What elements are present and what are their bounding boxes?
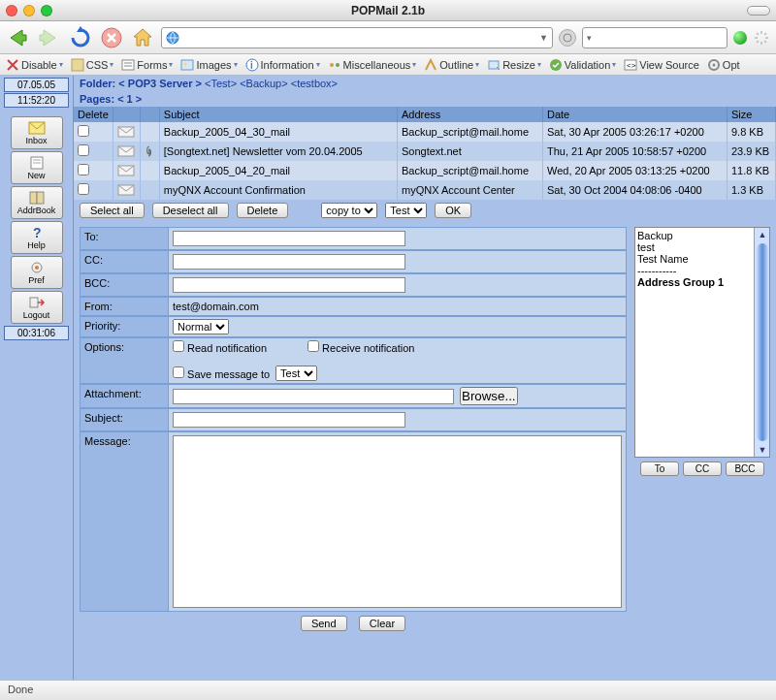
address-entry[interactable]: Address Group 1: [637, 276, 767, 288]
folder-path-1[interactable]: <Backup>: [240, 78, 288, 89]
col-date[interactable]: Date: [543, 107, 728, 122]
reload-button[interactable]: [68, 25, 93, 50]
envelope-icon[interactable]: [117, 184, 135, 196]
row-delete-checkbox[interactable]: [78, 183, 89, 195]
browse-button[interactable]: Browse...: [460, 387, 518, 405]
url-dropdown-icon[interactable]: ▼: [539, 33, 548, 43]
row-delete-checkbox[interactable]: [78, 144, 89, 156]
scroll-down-icon[interactable]: ▼: [756, 443, 769, 457]
home-button[interactable]: [130, 25, 155, 50]
select-all-button[interactable]: Select all: [80, 203, 145, 218]
read-notif-checkbox[interactable]: [173, 340, 184, 352]
mail-row[interactable]: Backup_2005_04_20_mailBackup_script@mail…: [74, 161, 776, 180]
col-env[interactable]: [113, 107, 140, 122]
row-subject[interactable]: [Songtext.net] Newsletter vom 20.04.2005: [159, 142, 397, 161]
page-link-1[interactable]: < 1 >: [117, 93, 142, 105]
batch-action-select[interactable]: copy to: [321, 203, 377, 218]
row-subject[interactable]: myQNX Account Confirmation: [159, 180, 397, 200]
url-input[interactable]: [183, 32, 539, 44]
wd-options[interactable]: Opt: [703, 58, 744, 72]
addr-bcc-button[interactable]: BCC: [726, 461, 764, 476]
svg-text:i: i: [250, 60, 253, 71]
mail-row[interactable]: myQNX Account ConfirmationmyQNX Account …: [74, 180, 776, 200]
sidebar-btn-logout[interactable]: Logout: [11, 291, 63, 324]
send-button[interactable]: Send: [301, 616, 347, 631]
sidebar-btn-new[interactable]: New: [11, 151, 63, 184]
wd-forms[interactable]: Forms▾: [117, 58, 177, 72]
row-date: Sat, 30 Apr 2005 03:26:17 +0200: [543, 122, 728, 142]
row-address: myQNX Account Center: [398, 180, 543, 200]
batch-ok-button[interactable]: OK: [435, 203, 471, 218]
url-field-container[interactable]: ▼: [161, 27, 553, 48]
clear-button[interactable]: Clear: [359, 616, 405, 631]
download-indicator-icon[interactable]: [733, 31, 747, 45]
receive-notif-option[interactable]: Receive notification: [307, 340, 414, 354]
row-delete-checkbox[interactable]: [78, 125, 89, 137]
scroll-up-icon[interactable]: ▲: [756, 228, 769, 241]
address-list[interactable]: BackuptestTest Name-----------Address Gr…: [634, 227, 770, 458]
wd-outline[interactable]: Outline▾: [420, 58, 483, 72]
col-delete[interactable]: Delete: [74, 107, 113, 122]
subject-input[interactable]: [173, 412, 405, 428]
save-msg-checkbox[interactable]: [173, 366, 184, 378]
attachment-input[interactable]: [173, 389, 454, 404]
col-size[interactable]: Size: [728, 107, 776, 122]
scroll-thumb[interactable]: [757, 243, 768, 441]
address-scrollbar[interactable]: ▲ ▼: [754, 228, 769, 457]
folder-server-link[interactable]: < POP3 Server >: [118, 78, 202, 89]
row-subject[interactable]: Backup_2005_04_20_mail: [159, 161, 397, 180]
address-entry[interactable]: Test Name: [637, 253, 767, 265]
go-button[interactable]: [559, 29, 576, 47]
priority-select[interactable]: Normal: [173, 319, 229, 334]
search-input[interactable]: [592, 32, 726, 44]
to-input[interactable]: [173, 231, 405, 246]
address-entry[interactable]: Backup: [637, 230, 767, 241]
back-button[interactable]: [6, 25, 31, 50]
wd-css[interactable]: CSS▾: [67, 58, 118, 72]
mail-row[interactable]: Backup_2005_04_30_mailBackup_script@mail…: [74, 122, 776, 142]
envelope-icon[interactable]: [117, 126, 135, 138]
stop-button[interactable]: [99, 25, 124, 50]
wd-resize[interactable]: Resize▾: [483, 58, 545, 72]
svg-rect-14: [122, 60, 134, 70]
row-subject[interactable]: Backup_2005_04_30_mail: [159, 122, 397, 142]
forward-button[interactable]: [37, 25, 62, 50]
sidebar-btn-pref[interactable]: Pref: [11, 256, 63, 289]
wd-viewsource[interactable]: <>View Source: [620, 58, 703, 72]
wd-images[interactable]: Images▾: [177, 58, 241, 72]
batch-target-select[interactable]: Test: [385, 203, 427, 218]
address-entry[interactable]: test: [637, 241, 767, 253]
wd-information[interactable]: iInformation▾: [242, 58, 324, 72]
read-notif-option[interactable]: Read notification: [173, 340, 267, 354]
sidebar-btn-addrbook[interactable]: AddrBook: [11, 186, 63, 219]
envelope-icon[interactable]: [117, 165, 135, 176]
col-attach[interactable]: [140, 107, 159, 122]
wd-disable[interactable]: Disable▾: [2, 58, 67, 72]
save-msg-option[interactable]: Save message to: [173, 366, 270, 380]
folder-path-2[interactable]: <testbox>: [291, 78, 338, 89]
wd-validation[interactable]: Validation▾: [545, 58, 621, 72]
window-pill-icon[interactable]: [747, 6, 770, 16]
deselect-all-button[interactable]: Deselect all: [152, 203, 229, 218]
message-textarea[interactable]: [173, 435, 622, 608]
save-target-select[interactable]: Test: [275, 366, 317, 381]
row-delete-checkbox[interactable]: [78, 164, 89, 175]
cc-input[interactable]: [173, 254, 405, 270]
addr-cc-button[interactable]: CC: [683, 461, 722, 476]
validation-icon: [549, 58, 563, 72]
bcc-input[interactable]: [173, 277, 405, 293]
col-address[interactable]: Address: [398, 107, 543, 122]
col-subject[interactable]: Subject: [159, 107, 397, 122]
envelope-icon[interactable]: [117, 145, 135, 157]
address-entry[interactable]: -----------: [637, 265, 767, 276]
receive-notif-checkbox[interactable]: [307, 340, 319, 352]
wd-misc[interactable]: Miscellaneous▾: [324, 58, 421, 72]
mail-row[interactable]: [Songtext.net] Newsletter vom 20.04.2005…: [74, 142, 776, 161]
delete-button[interactable]: Delete: [237, 203, 289, 218]
addr-to-button[interactable]: To: [640, 461, 679, 476]
sidebar-btn-help[interactable]: ? Help: [11, 221, 63, 254]
row-size: 23.9 KB: [728, 142, 776, 161]
sidebar-btn-inbox[interactable]: Inbox: [11, 116, 63, 149]
folder-path-0[interactable]: <Test>: [205, 78, 237, 89]
search-field-container[interactable]: G ▾: [582, 27, 728, 48]
